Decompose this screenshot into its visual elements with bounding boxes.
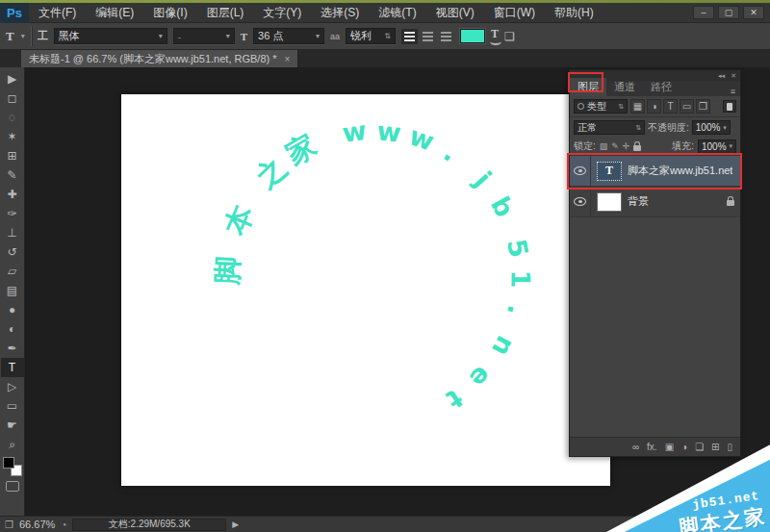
align-center-button[interactable] (420, 29, 436, 44)
arc-text-char: w (405, 120, 438, 156)
arc-text-char: n (486, 331, 521, 362)
layer-visibility-toggle[interactable] (570, 156, 591, 186)
font-family-value: 黑体 (59, 29, 80, 43)
collapse-panels-icon[interactable]: ◂◂ (718, 72, 725, 80)
type-tool[interactable]: T (1, 358, 24, 377)
lock-all-icon[interactable] (633, 145, 641, 151)
filter-toggle-switch[interactable] (723, 100, 736, 113)
brush-tool[interactable]: ✑ (1, 204, 24, 223)
healing-brush-tool[interactable]: ✚ (1, 185, 24, 204)
tab-paths[interactable]: 路径 (643, 78, 680, 96)
eyedropper-tool[interactable]: ✎ (1, 165, 24, 185)
background-layer-thumbnail[interactable] (597, 192, 622, 212)
photoshop-window: Ps 文件(F)编辑(E)图像(I)图层(L)文字(Y)选择(S)滤镜(T)视图… (0, 0, 770, 532)
status-arrow-icon[interactable]: ▶ (232, 519, 239, 529)
tab-channels[interactable]: 通道 (606, 78, 643, 96)
lock-position-icon[interactable]: ✛ (623, 141, 630, 151)
align-right-button[interactable] (438, 29, 454, 44)
font-style-select[interactable]: - ▾ (173, 28, 235, 44)
panel-menu-icon[interactable]: ≡ (731, 87, 740, 96)
document-tab[interactable]: 未标题-1 @ 66.7% (脚本之家www.jb51.net, RGB/8) … (21, 50, 298, 67)
eye-icon (574, 197, 586, 206)
eraser-tool[interactable]: ▱ (1, 262, 24, 281)
lock-transparent-icon[interactable]: ▨ (600, 141, 608, 151)
tab-layers[interactable]: 图层 (570, 78, 606, 96)
filter-pixel-layers-icon[interactable]: ▦ (630, 99, 645, 114)
history-brush-tool[interactable]: ↺ (1, 242, 24, 262)
filter-shape-layers-icon[interactable]: ▭ (680, 99, 694, 114)
foreground-color-swatch[interactable] (3, 457, 14, 469)
character-panel-toggle-icon[interactable]: ❏ (504, 30, 515, 43)
layer-filter-row: 类型 ⇅ ▦◑T▭❐ (570, 96, 740, 117)
menu-item-7[interactable]: 视图(V) (426, 3, 484, 22)
sync-status-icon: ◔ (61, 519, 66, 530)
zoom-level[interactable]: 66.67% (19, 519, 55, 530)
close-button[interactable]: ✕ (743, 6, 764, 19)
quick-mask-button[interactable] (6, 481, 19, 492)
marquee-tool[interactable]: ◻ (1, 89, 24, 108)
opacity-select[interactable]: 100% ▾ (692, 120, 731, 135)
type-tool-preset-icon[interactable]: T (6, 29, 14, 44)
filter-type-layers-icon[interactable]: T (663, 99, 678, 114)
lasso-tool[interactable]: ◌ (1, 108, 24, 127)
text-orientation-icon[interactable]: 工 (38, 29, 48, 43)
tool-options-bar: T ▾ 工 黑体 ▾ - ▾ T 36 点 ▾ aa 锐利 ⇅ T ❏ (0, 23, 770, 50)
path-selection-tool[interactable]: ▷ (1, 377, 24, 396)
text-layer-thumbnail[interactable]: T (597, 162, 622, 181)
menu-item-6[interactable]: 滤镜(T) (369, 3, 425, 22)
chevron-down-icon: ▾ (220, 32, 230, 40)
lock-paint-icon[interactable]: ✎ (611, 141, 619, 151)
fill-label: 填充: (672, 139, 694, 153)
opacity-value: 100% (696, 122, 721, 133)
rectangle-tool[interactable]: ▭ (1, 396, 24, 416)
filter-type-select[interactable]: 类型 ⇅ (574, 99, 628, 114)
menu-item-5[interactable]: 选择(S) (311, 3, 369, 22)
site-watermark: jb51.net 脚本之家 (606, 433, 770, 532)
hand-tool[interactable]: ☛ (1, 416, 24, 435)
menu-item-9[interactable]: 帮助(H) (545, 3, 603, 22)
arc-text-char: 脚 (208, 255, 248, 286)
arc-text-char: w (341, 115, 369, 148)
close-panel-icon[interactable]: ✕ (731, 72, 736, 80)
layer-row[interactable]: T脚本之家www.jb51.net (570, 156, 740, 187)
blur-tool[interactable]: ● (1, 300, 24, 319)
magic-wand-tool[interactable]: ✶ (1, 127, 24, 146)
menu-item-4[interactable]: 文字(Y) (253, 3, 311, 22)
menu-item-0[interactable]: 文件(F) (29, 3, 86, 22)
arc-text-char: j (469, 165, 497, 192)
menu-item-8[interactable]: 窗口(W) (484, 3, 545, 22)
align-left-button[interactable] (401, 29, 418, 44)
dodge-tool[interactable]: ◐ (1, 319, 24, 339)
document-canvas[interactable]: 脚本之家www.jb51.net (121, 94, 610, 486)
font-size-select[interactable]: 36 点 ▾ (253, 28, 324, 44)
filter-smart-objects-icon[interactable]: ❐ (696, 99, 710, 114)
crop-tool[interactable]: ⊞ (1, 146, 24, 165)
restore-button[interactable]: ▢ (718, 6, 739, 19)
pen-tool[interactable]: ✒ (1, 339, 24, 358)
font-family-select[interactable]: 黑体 ▾ (54, 28, 167, 44)
blend-mode-select[interactable]: 正常 ⇅ (574, 120, 645, 135)
gradient-tool[interactable]: ▤ (1, 281, 24, 300)
zoom-tool[interactable]: ⌕ (1, 435, 24, 454)
anti-alias-value: 锐利 (350, 29, 372, 43)
filter-adjustment-layers-icon[interactable]: ◑ (647, 99, 661, 114)
tab-close-icon[interactable]: × (285, 54, 291, 64)
clone-stamp-tool[interactable]: ⊥ (1, 223, 24, 242)
minimize-button[interactable]: – (693, 6, 714, 19)
chevron-updown-icon: ⇅ (632, 124, 641, 132)
warp-text-icon[interactable]: T (491, 27, 499, 45)
eye-icon (574, 166, 586, 175)
layer-visibility-toggle[interactable] (570, 187, 591, 216)
blend-mode-value: 正常 (578, 121, 597, 135)
menu-item-1[interactable]: 编辑(E) (86, 3, 143, 22)
fill-select[interactable]: 100% ▾ (698, 139, 736, 154)
foreground-background-colors[interactable] (3, 457, 22, 476)
move-tool[interactable]: ▶ (1, 69, 24, 89)
menu-item-3[interactable]: 图层(L) (197, 3, 254, 22)
text-color-swatch[interactable] (460, 29, 485, 43)
layer-row[interactable]: 背景 (570, 187, 740, 217)
anti-alias-select[interactable]: 锐利 ⇅ (346, 28, 396, 44)
menu-item-2[interactable]: 图像(I) (143, 3, 196, 22)
document-info[interactable]: 文档:2.29M/695.3K (72, 519, 226, 531)
font-size-icon: T (241, 31, 247, 42)
